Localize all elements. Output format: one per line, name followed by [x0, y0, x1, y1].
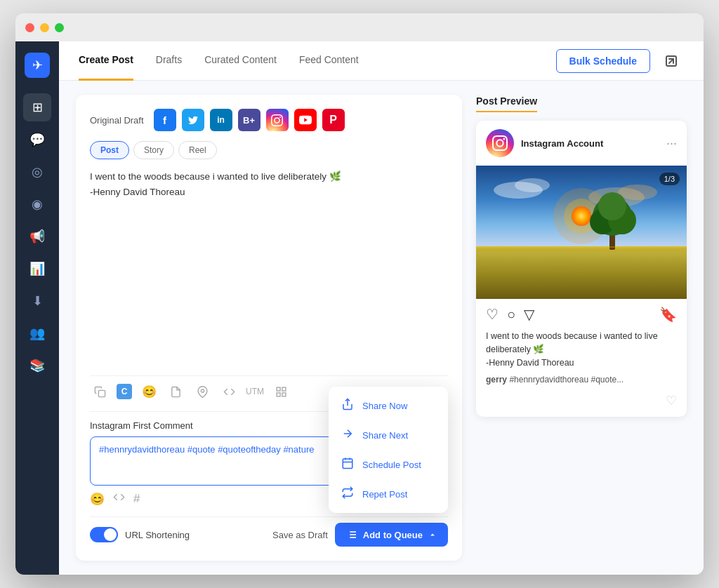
comment-hashtags: #hennrydavidthoreau #quote #quoteoftheda… [99, 444, 314, 455]
svg-point-26 [572, 206, 591, 226]
repeat-icon [341, 486, 354, 502]
url-shortening: URL Shortening [90, 527, 190, 542]
close-button[interactable] [25, 23, 34, 32]
grid-icon[interactable] [271, 382, 291, 401]
emoji-icon[interactable]: 😊 [139, 382, 159, 401]
utm-button[interactable]: UTM [246, 387, 264, 396]
like-heart-icon[interactable]: ♡ [666, 393, 677, 408]
svg-rect-4 [282, 387, 285, 391]
tab-feed-content[interactable]: Feed Content [299, 41, 359, 81]
tab-post[interactable]: Post [90, 141, 129, 159]
facebook-icon[interactable]: f [154, 109, 176, 131]
save-draft-button[interactable]: Save as Draft [272, 530, 328, 540]
svg-point-33 [598, 192, 626, 220]
svg-point-21 [515, 178, 550, 192]
post-content-input[interactable]: I went to the woods because i wanted to … [90, 169, 448, 366]
svg-rect-1 [98, 390, 105, 396]
dropdown-share-next[interactable]: Share Next [329, 420, 448, 450]
like-icon[interactable]: ♡ [486, 306, 499, 323]
minimize-button[interactable] [40, 23, 49, 32]
post-type-tabs: Post Story Reel [90, 141, 448, 159]
nav-tabs: Create Post Drafts Curated Content Feed … [79, 41, 556, 81]
comment-icon[interactable]: ○ [507, 307, 515, 323]
preview-account-header: Instagram Account ··· [476, 121, 687, 166]
tab-curated-content[interactable]: Curated Content [204, 41, 277, 81]
maximize-button[interactable] [55, 23, 64, 32]
posts-icon: 💬 [29, 132, 45, 147]
svg-rect-6 [282, 392, 285, 396]
editor-header: Original Draft f in B+ [90, 109, 448, 131]
tab-reel[interactable]: Reel [178, 141, 217, 159]
c-letter-icon[interactable]: C [117, 384, 132, 399]
preview-caption-text: I went to the woods because i wanted to … [486, 331, 658, 368]
footer-actions: Save as Draft Add to Queue [272, 523, 448, 547]
preview-image: 1/3 [476, 166, 687, 299]
svg-rect-27 [476, 246, 687, 299]
svg-point-2 [201, 389, 204, 392]
logo-icon: ✈ [32, 58, 43, 73]
network-icon: ◎ [32, 164, 43, 180]
svg-rect-34 [476, 246, 687, 248]
sidebar-logo[interactable]: ✈ [25, 53, 50, 78]
preview-title: Post Preview [476, 95, 537, 112]
save-icon[interactable]: 🔖 [659, 306, 677, 323]
url-shortening-toggle[interactable] [90, 527, 118, 542]
preview-hashtags: #hennrydavidthoreau #quote... [509, 375, 624, 385]
users-icon: 👥 [29, 326, 45, 341]
tab-drafts[interactable]: Drafts [156, 41, 182, 81]
sidebar-item-network[interactable]: ◎ [23, 158, 51, 186]
bulk-schedule-button[interactable]: Bulk Schedule [556, 49, 650, 73]
location-icon[interactable] [192, 382, 212, 401]
dropdown-repet-post[interactable]: Repet Post [329, 479, 448, 509]
nav-actions: Bulk Schedule [556, 48, 684, 74]
svg-rect-15 [343, 459, 352, 469]
preview-card: Instagram Account ··· [476, 121, 687, 417]
app-window: ✈ ⊞ 💬 ◎ ◉ 📢 📊 ⬇ 👥 [15, 13, 704, 575]
document-icon[interactable] [166, 382, 185, 401]
buffer-icon[interactable]: B+ [238, 109, 260, 131]
sidebar-item-downloads[interactable]: ⬇ [23, 287, 51, 315]
megaphone-icon: 📢 [29, 229, 45, 244]
comment-code-icon[interactable] [113, 491, 125, 507]
app-body: ✈ ⊞ 💬 ◎ ◉ 📢 📊 ⬇ 👥 [15, 41, 704, 575]
export-button[interactable] [659, 48, 684, 74]
target-icon: ◉ [32, 196, 43, 212]
sidebar-item-library[interactable]: 📚 [23, 352, 51, 380]
dropdown-share-now[interactable]: Share Now [329, 391, 448, 420]
sidebar-item-dashboard[interactable]: ⊞ [23, 93, 51, 121]
preview-caption: I went to the woods because i wanted to … [476, 330, 687, 375]
queue-dropdown-menu: Share Now Share Next [329, 387, 448, 513]
download-icon: ⬇ [32, 293, 43, 309]
tab-create-post[interactable]: Create Post [79, 41, 133, 81]
preview-tags-line: gerry #hennrydavidthoreau #quote... [476, 375, 687, 393]
pinterest-icon[interactable]: P [322, 109, 345, 131]
post-editor: Original Draft f in B+ [76, 95, 462, 561]
toggle-knob [104, 528, 117, 541]
more-options-icon[interactable]: ··· [666, 136, 677, 151]
sidebar-item-analytics[interactable]: 📊 [23, 255, 51, 283]
editor-footer: URL Shortening Save as Draft Add to Queu… [90, 516, 448, 547]
url-shortening-label: URL Shortening [125, 530, 190, 540]
library-icon: 📚 [29, 358, 45, 373]
share-next-icon [341, 427, 354, 443]
twitter-icon[interactable] [182, 109, 204, 131]
share-icon[interactable]: ▽ [524, 306, 534, 323]
sidebar-item-target[interactable]: ◉ [23, 190, 51, 218]
sidebar-item-users[interactable]: 👥 [23, 319, 51, 347]
dropdown-schedule-post[interactable]: Schedule Post [329, 450, 448, 479]
youtube-icon[interactable] [294, 109, 317, 131]
post-preview: Post Preview Instagram Account ··· [476, 95, 687, 561]
comment-hash-icon[interactable]: # [133, 492, 140, 506]
sidebar-item-posts[interactable]: 💬 [23, 126, 51, 154]
tab-story[interactable]: Story [133, 141, 174, 159]
sidebar-item-megaphone[interactable]: 📢 [23, 222, 51, 250]
main-content: Create Post Drafts Curated Content Feed … [59, 41, 704, 575]
comment-emoji-icon[interactable]: 😊 [90, 492, 105, 507]
add-to-queue-button[interactable]: Add to Queue [335, 523, 448, 547]
linkedin-icon[interactable]: in [210, 109, 232, 131]
code-icon[interactable] [219, 382, 239, 401]
preview-like-row: ♡ [476, 393, 687, 417]
copy-icon[interactable] [90, 382, 110, 401]
instagram-icon[interactable] [266, 109, 289, 131]
svg-point-23 [618, 185, 657, 200]
